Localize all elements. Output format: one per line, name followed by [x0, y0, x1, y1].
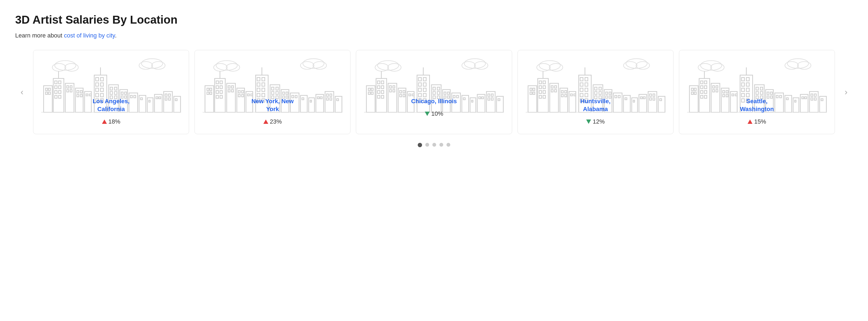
- dot-4[interactable]: [439, 143, 443, 147]
- page-title: 3D Artist Salaries By Location: [15, 13, 853, 27]
- svg-rect-320: [701, 91, 703, 94]
- svg-rect-91: [220, 86, 222, 89]
- svg-rect-255: [561, 91, 563, 93]
- svg-rect-7: [45, 88, 48, 91]
- next-button[interactable]: ›: [839, 84, 853, 100]
- svg-rect-18: [55, 96, 57, 98]
- city-skyline: [39, 57, 183, 92]
- svg-rect-38: [101, 83, 104, 86]
- svg-rect-174: [390, 86, 392, 88]
- svg-rect-263: [580, 78, 583, 81]
- svg-rect-161: [368, 92, 370, 94]
- svg-rect-117: [257, 93, 260, 97]
- svg-rect-224: [492, 98, 493, 100]
- svg-rect-270: [585, 93, 588, 97]
- svg-rect-67: [159, 97, 161, 99]
- svg-point-306: [711, 63, 724, 71]
- svg-rect-9: [45, 92, 48, 94]
- svg-rect-334: [726, 94, 728, 97]
- prev-button[interactable]: ‹: [15, 84, 29, 100]
- svg-rect-150: [337, 99, 339, 101]
- svg-rect-17: [59, 91, 61, 94]
- cost-of-living-link[interactable]: cost of living by city: [64, 32, 115, 39]
- svg-rect-345: [742, 93, 745, 97]
- svg-rect-108: [247, 94, 249, 96]
- svg-point-305: [698, 63, 712, 71]
- svg-rect-323: [705, 96, 707, 98]
- svg-rect-288: [618, 96, 620, 98]
- svg-rect-158: [367, 86, 375, 112]
- svg-rect-247: [543, 96, 545, 98]
- svg-rect-160: [371, 88, 373, 91]
- card-chicago[interactable]: Chicago, Illinois 10%: [356, 50, 512, 134]
- svg-rect-352: [760, 87, 763, 90]
- dot-5[interactable]: [446, 143, 450, 147]
- svg-rect-60: [134, 96, 135, 98]
- svg-rect-167: [381, 86, 384, 89]
- city-skyline: [685, 57, 829, 92]
- card-huntsville[interactable]: Huntsville,Alabama 12%: [518, 50, 674, 134]
- svg-rect-37: [96, 83, 99, 86]
- svg-rect-16: [55, 91, 57, 94]
- card-new-york[interactable]: New York, NewYork 23%: [194, 50, 350, 134]
- card-seattle[interactable]: Seattle,Washington 15%: [679, 50, 835, 134]
- svg-rect-333: [723, 94, 724, 97]
- svg-rect-292: [633, 100, 634, 102]
- cards-container: Los Angeles,California 18%: [33, 50, 835, 134]
- svg-rect-35: [96, 78, 99, 81]
- svg-rect-72: [168, 98, 170, 100]
- svg-rect-159: [368, 88, 370, 91]
- svg-rect-302: [660, 99, 661, 101]
- svg-rect-222: [492, 94, 493, 96]
- svg-rect-283: [609, 92, 611, 94]
- dot-3[interactable]: [432, 143, 436, 147]
- svg-rect-300: [653, 98, 655, 100]
- svg-rect-267: [580, 88, 583, 91]
- svg-rect-193: [418, 93, 422, 97]
- svg-rect-50: [115, 91, 117, 94]
- svg-rect-189: [418, 83, 422, 86]
- salary-change: 18%: [102, 118, 120, 125]
- svg-rect-327: [716, 86, 718, 88]
- svg-rect-55: [124, 92, 126, 94]
- svg-rect-358: [767, 92, 769, 94]
- svg-rect-32: [86, 94, 88, 96]
- carousel: ‹: [15, 50, 853, 134]
- svg-rect-126: [276, 91, 278, 94]
- svg-rect-238: [533, 92, 535, 94]
- svg-rect-294: [641, 97, 642, 99]
- svg-point-233: [636, 62, 650, 69]
- svg-rect-276: [599, 87, 601, 90]
- arrow-up-icon: [102, 119, 107, 124]
- svg-point-4: [139, 62, 153, 69]
- svg-rect-8: [49, 88, 51, 91]
- svg-rect-202: [437, 91, 440, 94]
- svg-point-80: [301, 62, 314, 69]
- svg-rect-331: [723, 91, 724, 93]
- svg-rect-257: [561, 94, 563, 97]
- svg-rect-282: [606, 92, 608, 94]
- svg-rect-312: [694, 88, 696, 91]
- city-skyline: [523, 57, 668, 92]
- svg-rect-30: [80, 94, 82, 97]
- svg-rect-311: [691, 88, 693, 91]
- svg-rect-15: [59, 86, 61, 89]
- city-name: Huntsville,Alabama: [581, 97, 611, 113]
- svg-rect-277: [595, 91, 597, 94]
- dot-2[interactable]: [425, 143, 429, 147]
- card-los-angeles[interactable]: Los Angeles,California 18%: [33, 50, 189, 134]
- svg-rect-177: [393, 90, 395, 92]
- svg-rect-39: [96, 88, 99, 91]
- svg-rect-103: [239, 91, 240, 93]
- svg-rect-19: [59, 96, 61, 98]
- svg-rect-201: [433, 91, 435, 94]
- dot-1[interactable]: [418, 143, 422, 147]
- svg-rect-191: [418, 88, 422, 91]
- svg-rect-332: [726, 91, 728, 93]
- percent-value: 15%: [754, 118, 766, 125]
- svg-rect-310: [689, 86, 698, 112]
- svg-rect-344: [746, 88, 749, 91]
- city-name: Chicago, Illinois: [411, 97, 457, 106]
- svg-rect-269: [580, 93, 583, 97]
- svg-rect-339: [742, 78, 745, 81]
